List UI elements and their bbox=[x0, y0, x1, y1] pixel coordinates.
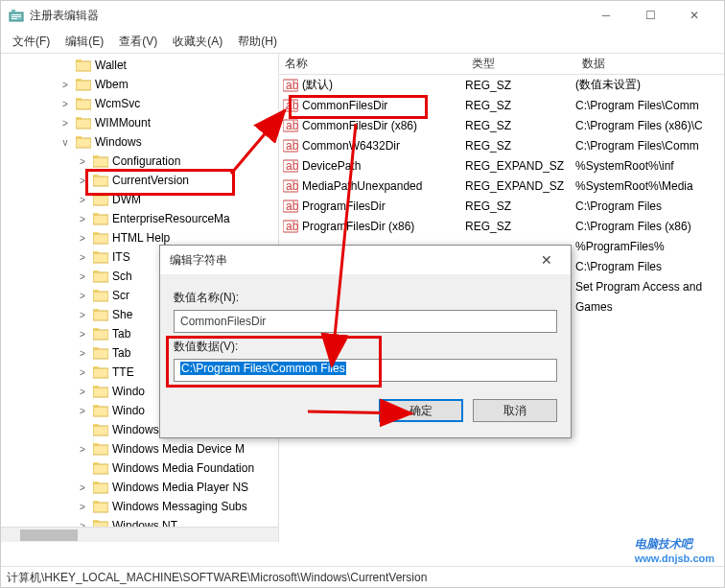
tree-item[interactable]: >Configuration bbox=[1, 152, 278, 171]
tree-item-label: Windo bbox=[112, 404, 145, 417]
tree-item[interactable]: >WIMMount bbox=[1, 113, 278, 132]
value-data: Games bbox=[575, 300, 724, 314]
expand-icon[interactable]: > bbox=[76, 252, 89, 263]
expand-icon[interactable]: > bbox=[76, 329, 89, 340]
expand-icon[interactable]: > bbox=[76, 367, 89, 378]
tree-item[interactable]: Windows Media Foundation bbox=[1, 459, 278, 478]
tree-item[interactable]: >Wbem bbox=[1, 75, 278, 94]
list-row[interactable]: abCommonW6432DirREG_SZC:\Program Files\C… bbox=[279, 135, 724, 155]
expand-icon[interactable]: > bbox=[76, 406, 89, 416]
tree-item-label: Scr bbox=[112, 289, 129, 302]
svg-rect-14 bbox=[76, 138, 91, 148]
svg-rect-40 bbox=[93, 388, 108, 397]
tree-item-label: Windows Media Player NS bbox=[112, 481, 248, 494]
folder-icon bbox=[76, 59, 91, 72]
tree-horizontal-scrollbar[interactable] bbox=[1, 527, 278, 542]
svg-rect-1 bbox=[12, 10, 15, 12]
tree-item[interactable]: >Windows Messaging Subs bbox=[1, 497, 278, 516]
menu-file[interactable]: 文件(F) bbox=[5, 32, 58, 52]
column-type[interactable]: 类型 bbox=[466, 54, 576, 74]
column-data[interactable]: 数据 bbox=[576, 54, 724, 74]
dialog-titlebar[interactable]: 编辑字符串 ✕ bbox=[160, 246, 571, 274]
menubar: 文件(F) 编辑(E) 查看(V) 收藏夹(A) 帮助(H) bbox=[1, 30, 724, 53]
maximize-button[interactable]: ☐ bbox=[628, 1, 672, 30]
string-value-icon: ab bbox=[283, 219, 298, 234]
menu-help[interactable]: 帮助(H) bbox=[230, 32, 285, 52]
expand-icon[interactable]: > bbox=[76, 482, 89, 493]
expand-icon[interactable]: v bbox=[58, 137, 72, 148]
expand-icon[interactable]: > bbox=[76, 502, 89, 512]
tree-item[interactable]: >Windows Media Device M bbox=[1, 439, 278, 459]
folder-icon bbox=[93, 231, 108, 245]
tree-item-label: Wbem bbox=[95, 78, 129, 91]
expand-icon[interactable]: > bbox=[76, 387, 89, 397]
string-value-icon: ab bbox=[283, 158, 298, 174]
list-row[interactable]: ab(默认)REG_SZ(数值未设置) bbox=[279, 75, 724, 95]
svg-rect-36 bbox=[93, 349, 108, 359]
tree-item-label: HTML Help bbox=[112, 231, 170, 245]
value-name-input[interactable] bbox=[174, 310, 557, 333]
value-data: C:\Program Files (x86) bbox=[575, 220, 724, 233]
folder-icon bbox=[93, 385, 108, 398]
expand-icon[interactable]: > bbox=[58, 118, 72, 129]
dialog-close-button[interactable]: ✕ bbox=[532, 252, 561, 268]
expand-icon[interactable]: > bbox=[76, 310, 89, 320]
svg-rect-3 bbox=[12, 16, 21, 17]
tree-item[interactable]: Wallet bbox=[1, 56, 278, 75]
menu-view[interactable]: 查看(V) bbox=[111, 32, 165, 52]
list-row[interactable]: abProgramFilesDirREG_SZC:\Program Files bbox=[279, 196, 724, 216]
ok-button[interactable]: 确定 bbox=[379, 399, 463, 422]
tree-item[interactable]: >EnterpriseResourceMa bbox=[1, 209, 278, 228]
tree-item-label: Tab bbox=[112, 327, 130, 341]
tree-item[interactable]: >WcmSvc bbox=[1, 94, 278, 113]
list-row[interactable]: abMediaPathUnexpandedREG_EXPAND_SZ%Syste… bbox=[279, 176, 724, 196]
expand-icon[interactable]: > bbox=[58, 99, 72, 109]
svg-rect-12 bbox=[76, 119, 91, 129]
folder-icon bbox=[76, 135, 91, 149]
expand-icon[interactable]: > bbox=[76, 195, 89, 205]
expand-icon[interactable]: > bbox=[76, 291, 89, 301]
expand-icon[interactable]: > bbox=[76, 176, 89, 186]
expand-icon[interactable]: > bbox=[58, 80, 72, 90]
svg-rect-22 bbox=[93, 215, 108, 224]
tree-item[interactable]: >CurrentVersion bbox=[1, 171, 278, 190]
value-data: %ProgramFiles% bbox=[575, 240, 724, 253]
expand-icon[interactable]: > bbox=[76, 271, 89, 282]
expand-icon[interactable]: > bbox=[76, 214, 89, 224]
value-type: REG_EXPAND_SZ bbox=[465, 179, 575, 193]
svg-text:ab: ab bbox=[286, 159, 298, 173]
close-button[interactable]: ✕ bbox=[672, 1, 716, 30]
svg-rect-42 bbox=[93, 407, 108, 416]
column-name[interactable]: 名称 bbox=[279, 54, 466, 74]
annotation-highlight-commonfilesdir bbox=[289, 95, 428, 119]
value-data: %SystemRoot%\inf bbox=[575, 159, 724, 173]
expand-icon[interactable]: > bbox=[76, 444, 89, 455]
menu-edit[interactable]: 编辑(E) bbox=[58, 32, 111, 52]
tree-item-label: She bbox=[112, 308, 132, 321]
list-row[interactable]: abDevicePathREG_EXPAND_SZ%SystemRoot%\in… bbox=[279, 155, 724, 176]
expand-icon[interactable]: > bbox=[76, 233, 89, 244]
expand-icon[interactable]: > bbox=[76, 348, 89, 359]
value-name: CommonFilesDir (x86) bbox=[302, 119, 465, 132]
svg-rect-50 bbox=[93, 483, 108, 493]
tree-item[interactable]: >Windows Media Player NS bbox=[1, 478, 278, 497]
folder-icon bbox=[93, 289, 108, 302]
value-type: REG_SZ bbox=[465, 79, 575, 92]
value-type: REG_EXPAND_SZ bbox=[465, 159, 575, 173]
tree-item-label: Windows Media Device M bbox=[112, 442, 245, 456]
value-data: (数值未设置) bbox=[575, 77, 724, 93]
value-data-input[interactable]: C:\Program Files\Common Files bbox=[174, 359, 557, 382]
cancel-button[interactable]: 取消 bbox=[473, 399, 557, 422]
expand-icon[interactable]: > bbox=[76, 156, 89, 167]
tree-item-label: CurrentVersion bbox=[112, 174, 189, 187]
value-name: ProgramFilesDir bbox=[302, 200, 465, 213]
value-data: C:\Program Files bbox=[575, 200, 724, 213]
folder-icon bbox=[93, 442, 108, 456]
menu-favorites[interactable]: 收藏夹(A) bbox=[165, 32, 230, 52]
edit-string-dialog: 编辑字符串 ✕ 数值名称(N): 数值数据(V): C:\Program Fil… bbox=[159, 245, 572, 438]
tree-item[interactable]: vWindows bbox=[1, 132, 278, 152]
svg-rect-6 bbox=[76, 61, 91, 71]
minimize-button[interactable]: ─ bbox=[584, 1, 628, 30]
svg-rect-20 bbox=[93, 196, 108, 205]
list-row[interactable]: abProgramFilesDir (x86)REG_SZC:\Program … bbox=[279, 216, 724, 236]
